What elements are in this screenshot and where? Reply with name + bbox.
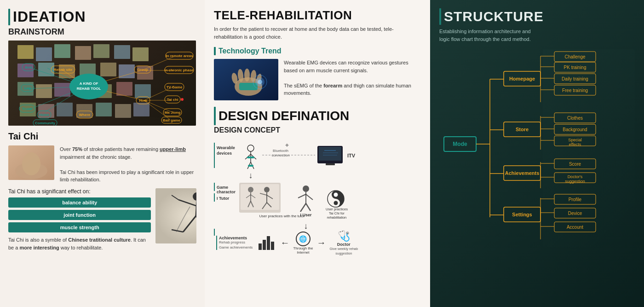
- concept-diagram-svg: Wearable devices Bluetooth connection ⌖: [214, 139, 430, 236]
- svg-text:Group: Group: [137, 68, 148, 72]
- svg-text:Homepage: Homepage: [509, 76, 535, 81]
- svg-rect-157: [214, 229, 215, 236]
- design-concept-label: DESIGN CONCEPT: [214, 126, 421, 134]
- svg-point-71: [181, 98, 184, 101]
- svg-text:Bluetooth: Bluetooth: [273, 149, 288, 153]
- svg-rect-0: [17, 45, 34, 59]
- svg-rect-110: [248, 165, 253, 167]
- svg-text:Community: Community: [35, 121, 56, 125]
- svg-rect-3: [75, 46, 91, 60]
- svg-rect-126: [214, 193, 215, 202]
- bottom-description: Tai Chi is also a symble of Chinese trat…: [8, 236, 151, 252]
- tree-diagram: Mode Homepage Challenge PK training: [439, 49, 635, 247]
- balance-ability-button[interactable]: balance ability: [8, 197, 151, 208]
- svg-text:I User: I User: [300, 213, 312, 217]
- internet-node: 🌐 Through theInternet: [293, 232, 313, 255]
- svg-text:↓: ↓: [249, 171, 253, 180]
- effects-column: Tai Chi has a significant effect on: bal…: [8, 188, 151, 252]
- ideation-header: IDEATION: [8, 8, 196, 25]
- svg-rect-100: [214, 143, 215, 168]
- taichi-image: [8, 145, 54, 180]
- struc-title: STRUCKTURE: [444, 9, 544, 24]
- svg-point-94: [244, 69, 250, 81]
- struc-accent-bar: [439, 8, 441, 25]
- svg-text:Leg: Leg: [24, 86, 31, 90]
- svg-point-149: [334, 193, 338, 197]
- svg-text:I Tutor: I Tutor: [217, 196, 230, 201]
- svg-text:Store: Store: [516, 127, 529, 132]
- svg-text:Ma Jiong: Ma Jiong: [165, 110, 181, 115]
- svg-text:How: How: [139, 98, 148, 103]
- svg-rect-120: [326, 163, 335, 165]
- svg-text:⌖: ⌖: [285, 141, 289, 149]
- svg-rect-4: [93, 44, 109, 58]
- tech-accent-bar: [214, 47, 216, 55]
- svg-text:REHAB TOOL: REHAB TOOL: [77, 87, 101, 91]
- svg-text:In chronic phase: In chronic phase: [164, 68, 194, 72]
- svg-text:rehabilitation: rehabilitation: [327, 215, 347, 220]
- svg-point-103: [247, 145, 254, 151]
- svg-text:devices: devices: [217, 151, 232, 156]
- tech-emg-image: [214, 59, 278, 100]
- ideation-accent-bar: [8, 9, 10, 25]
- taichi-arm-svg: [8, 145, 54, 180]
- svg-text:TV Game: TV Game: [167, 85, 183, 89]
- effect-intro-label: Tai Chi has a significant effect on:: [8, 188, 151, 195]
- mindmap-svg: Arm Leg Trunk Home Community Rehab site: [8, 41, 196, 126]
- taichi-pose-image: [155, 188, 196, 243]
- svg-text:↓: ↓: [304, 221, 308, 231]
- doctor-node: 🩺 Doctor Give weekly rehabsuggestion: [330, 230, 358, 256]
- svg-rect-116: [319, 147, 341, 161]
- taichi-title: Tai Chi: [8, 131, 196, 142]
- effects-section: Tai Chi has a significant effect on: bal…: [8, 188, 196, 252]
- taichi-description: Over 75% of stroke patients have remaini…: [60, 145, 196, 184]
- svg-text:charactor: charactor: [217, 190, 236, 194]
- svg-rect-25: [96, 103, 112, 116]
- tech-row: Wearable EMG devices can recognize vario…: [214, 59, 421, 100]
- concept-diagram: Wearable devices Bluetooth connection ⌖: [214, 139, 421, 256]
- ideation-title: IDEATION: [13, 8, 86, 25]
- effect-buttons-list: balance ability joint function muscle st…: [8, 197, 151, 232]
- muscle-strength-button[interactable]: muscle strength: [8, 222, 151, 232]
- svg-rect-20: [135, 84, 151, 98]
- svg-text:Tai chi: Tai chi: [167, 98, 178, 102]
- svg-rect-16: [54, 83, 70, 97]
- svg-point-150: [334, 201, 338, 205]
- svg-line-145: [306, 194, 313, 200]
- svg-text:connection: connection: [272, 153, 290, 157]
- svg-text:User practices: User practices: [326, 207, 348, 211]
- svg-rect-123: [214, 183, 215, 191]
- svg-rect-15: [36, 84, 52, 98]
- left-panel: IDEATION BRAINSTORM: [0, 0, 205, 307]
- svg-rect-8: [38, 63, 54, 76]
- svg-point-99: [258, 80, 262, 84]
- emg-svg: [214, 59, 278, 100]
- right-arrow-internet: →: [317, 237, 326, 248]
- struc-header: STRUCKTURE: [439, 8, 635, 25]
- svg-rect-11: [100, 63, 116, 76]
- left-arrow: ←: [280, 237, 289, 248]
- tech-text-content: Wearable EMG devices can recognize vario…: [284, 59, 421, 100]
- svg-text:User practices with the tutor: User practices with the tutor: [259, 214, 305, 218]
- svg-rect-12: [119, 64, 135, 78]
- struc-description: Establishing information architecture an…: [439, 28, 540, 43]
- chart-icon: [259, 236, 274, 250]
- svg-rect-129: [241, 184, 279, 210]
- tech-trend-header: Technology Trend: [214, 47, 421, 55]
- svg-rect-19: [116, 82, 132, 96]
- svg-text:Where: Where: [79, 113, 91, 117]
- svg-rect-5: [114, 45, 130, 59]
- tech-trend-title: Technology Trend: [218, 47, 282, 55]
- joint-function-button[interactable]: joint function: [8, 210, 151, 220]
- tele-title: TELE-REHABILITATION: [214, 8, 421, 23]
- svg-line-144: [298, 194, 306, 198]
- brainstorm-image: Arm Leg Trunk Home Community Rehab site: [8, 41, 196, 126]
- stethoscope-icon: 🩺: [338, 230, 350, 242]
- design-header: DESIGN DEFINATION: [214, 107, 421, 125]
- svg-text:ITV: ITV: [347, 153, 356, 158]
- svg-rect-109: [247, 156, 254, 158]
- svg-text:Rehab site: Rehab site: [54, 68, 73, 72]
- svg-point-136: [264, 187, 270, 192]
- svg-text:Achievements: Achievements: [505, 170, 540, 176]
- taichi-pose-svg: [155, 188, 196, 243]
